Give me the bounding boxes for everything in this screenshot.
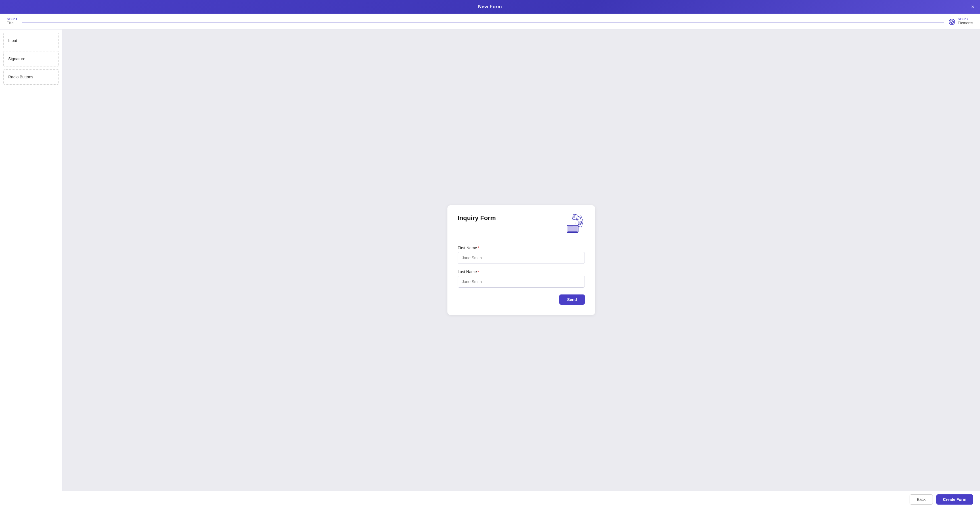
create-form-button[interactable]: Create Form [936,494,973,505]
form-illustration [559,212,585,238]
last-name-required: * [477,269,479,274]
svg-rect-11 [572,214,577,220]
form-preview-area: Inquiry Form [62,30,980,490]
first-name-input[interactable] [458,252,585,264]
footer: Back Create Form [0,490,980,508]
svg-rect-6 [568,231,578,232]
header-title: New Form [478,4,502,10]
back-button[interactable]: Back [910,494,932,505]
send-button[interactable]: Send [559,295,585,305]
step1: STEP 1 Title [7,18,18,25]
form-title: Inquiry Form [458,214,496,222]
step2-name: Elements [958,21,973,25]
app-header: New Form × [0,0,980,14]
step2-check-icon [949,19,955,25]
step-divider [22,22,944,22]
first-name-required: * [477,245,479,250]
sidebar: Input Signature Radio Buttons [0,30,62,490]
last-name-label: Last Name* [458,269,585,274]
close-button[interactable]: × [971,4,974,10]
steps-bar: STEP 1 Title STEP 2 Elements [0,14,980,30]
form-card: Inquiry Form [447,205,595,315]
sidebar-item-input[interactable]: Input [3,33,59,48]
form-actions: Send [458,295,585,305]
first-name-group: First Name* [458,245,585,264]
step1-name: Title [7,21,18,25]
last-name-input[interactable] [458,276,585,288]
sidebar-item-signature[interactable]: Signature [3,51,59,67]
step1-label: STEP 1 [7,18,18,21]
step2-container: STEP 2 Elements [949,18,973,25]
sidebar-item-radio-buttons[interactable]: Radio Buttons [3,69,59,84]
first-name-label: First Name* [458,245,585,250]
form-card-header: Inquiry Form [458,214,585,238]
step2-label: STEP 2 [958,18,973,21]
svg-rect-7 [577,215,583,222]
step2: STEP 2 Elements [958,18,973,25]
main-content: Input Signature Radio Buttons Inquiry Fo… [0,30,980,490]
last-name-group: Last Name* [458,269,585,288]
